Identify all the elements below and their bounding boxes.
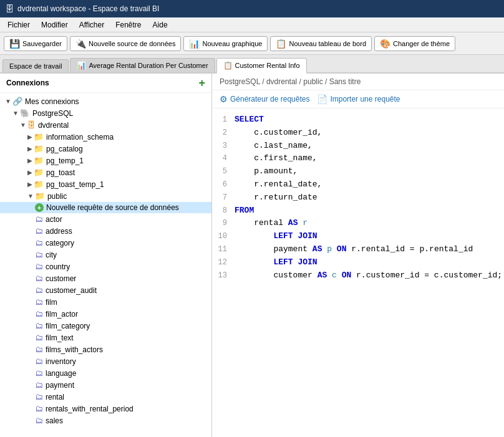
table-item[interactable]: 🗂 customer (0, 272, 211, 284)
main-layout: Connexions + ▼ 🔗 Mes connexions ▼ 🐘 Post… (0, 74, 504, 437)
new-dashboard-button[interactable]: 📋 Nouveau tableau de bord (270, 36, 372, 51)
connections-label: Connexions (6, 79, 49, 87)
pg-toast-temp-1-item[interactable]: ▶ 📁 pg_toast_temp_1 (0, 178, 211, 190)
postgresql-arrow: ▼ (12, 110, 19, 117)
table-icon: 🗂 (35, 357, 43, 366)
menu-fenetre[interactable]: Fenêtre (110, 19, 146, 31)
table-label: customer (46, 274, 76, 283)
code-line: 8FROM (212, 204, 504, 218)
new-source-button[interactable]: 🔌 Nouvelle source de données (70, 36, 181, 51)
postgresql-label: PostgreSQL (32, 109, 73, 118)
alias-token: p (322, 244, 336, 254)
save-icon: 💾 (9, 39, 20, 49)
table-label: film_actor (46, 310, 78, 319)
table-item[interactable]: 🗂 film_actor (0, 308, 211, 320)
workspace-tab[interactable]: Espace de travail (2, 59, 69, 72)
table-icon: 🗂 (35, 262, 43, 271)
table-label: payment (46, 381, 74, 390)
table-label: category (46, 239, 74, 247)
public-schema-item[interactable]: ▼ 📁 public (0, 190, 211, 202)
pg-toast-temp-1-label: pg_toast_temp_1 (46, 180, 104, 189)
code-line: 5 p.amount, (212, 165, 504, 178)
table-item[interactable]: 🗂 rentals_with_rental_period (0, 403, 211, 415)
new-request-item[interactable]: + Nouvelle requête de source de données (0, 202, 211, 213)
table-label: city (46, 251, 57, 259)
add-connection-button[interactable]: + (198, 77, 205, 89)
tab-avg-rental[interactable]: 📊 Average Rental Duration Per Customer (70, 58, 215, 72)
tab-customer-rental[interactable]: 📋 Customer Rental Info (216, 58, 307, 74)
dvdrental-item[interactable]: ▼ 🗄 dvdrental (0, 119, 211, 131)
ident-token: c.last_name, (235, 141, 313, 150)
table-label: language (46, 369, 76, 378)
code-line: 3 c.last_name, (212, 140, 504, 153)
change-theme-button[interactable]: 🎨 Changer de thème (374, 36, 455, 51)
table-item[interactable]: 🗂 film_category (0, 320, 211, 332)
table-item[interactable]: 🗂 country (0, 261, 211, 272)
pg-temp-1-item[interactable]: ▶ 📁 pg_temp_1 (0, 155, 211, 166)
theme-label: Changer de thème (393, 40, 450, 47)
table-item[interactable]: 🗂 city (0, 249, 211, 261)
code-line: 10 LEFT JOIN (212, 230, 504, 243)
kw-token: AS (313, 244, 322, 254)
line-content: LEFT JOIN (235, 256, 317, 269)
kw-token: AS (288, 218, 298, 228)
table-icon: 🗂 (35, 250, 43, 259)
table-item[interactable]: 🗂 film_text (0, 332, 211, 343)
table-item[interactable]: 🗂 customer_audit (0, 284, 211, 296)
query-builder-label: Générateur de requêtes (230, 95, 309, 103)
theme-icon: 🎨 (380, 39, 390, 49)
workspace-label: Espace de travail (9, 62, 62, 70)
table-item[interactable]: 🗂 films_with_actors (0, 343, 211, 355)
table-item[interactable]: 🗂 actor (0, 213, 211, 225)
pg-catalog-arrow: ▶ (27, 145, 32, 152)
ident-token: p.amount, (235, 166, 298, 176)
query-builder-button[interactable]: ⚙ Générateur de requêtes (220, 94, 309, 104)
pg-catalog-icon: 📁 (34, 144, 44, 153)
line-number: 1 (217, 114, 235, 126)
pg-toast-item[interactable]: ▶ 📁 pg_toast (0, 166, 211, 178)
import-query-label: Importer une requête (330, 95, 400, 103)
menu-modifier[interactable]: Modifier (36, 19, 73, 31)
table-item[interactable]: 🗂 payment (0, 379, 211, 391)
pg-catalog-label: pg_catalog (46, 145, 83, 153)
table-icon: 🗂 (35, 333, 43, 342)
menu-aide[interactable]: Aide (148, 19, 173, 31)
kw-token: FROM (235, 206, 254, 215)
code-line: 2 c.customer_id, (212, 127, 504, 140)
line-number: 3 (217, 140, 235, 152)
table-item[interactable]: 🗂 sales (0, 415, 211, 426)
table-icon: 🗂 (35, 297, 43, 307)
my-connections-icon: 🔗 (12, 97, 22, 106)
import-query-button[interactable]: 📄 Importer une requête (317, 94, 400, 104)
table-icon: 🗂 (35, 309, 43, 319)
menu-bar: Fichier Modifier Afficher Fenêtre Aide (0, 17, 504, 32)
content-area: PostgreSQL / dvdrental / public / Sans t… (212, 74, 504, 437)
table-item[interactable]: 🗂 film (0, 296, 211, 308)
line-number: 11 (217, 244, 235, 256)
code-line: 6 r.rental_date, (212, 178, 504, 191)
ident-token: r.rental_date, (235, 180, 322, 189)
line-number: 13 (217, 270, 235, 282)
table-item[interactable]: 🗂 inventory (0, 355, 211, 367)
menu-afficher[interactable]: Afficher (74, 19, 109, 31)
menu-fichier[interactable]: Fichier (2, 19, 35, 31)
save-button[interactable]: 💾 Sauvegarder (4, 36, 67, 51)
new-chart-button[interactable]: 📊 Nouveau graphique (183, 36, 268, 51)
information-schema-item[interactable]: ▶ 📁 information_schema (0, 131, 211, 143)
ident-token: rental (235, 218, 288, 228)
ident-token: r.customer_id = c.customer_id; (351, 271, 502, 280)
code-editor[interactable]: 1SELECT2 c.customer_id,3 c.last_name,4 c… (212, 108, 504, 437)
my-connections-item[interactable]: ▼ 🔗 Mes connexions (0, 95, 211, 107)
postgresql-item[interactable]: ▼ 🐘 PostgreSQL (0, 107, 211, 119)
table-label: actor (46, 215, 62, 224)
table-item[interactable]: 🗂 rental (0, 391, 211, 403)
kw-token: ON (342, 271, 352, 280)
kw-token: LEFT JOIN (273, 231, 317, 241)
table-item[interactable]: 🗂 address (0, 225, 211, 237)
pg-catalog-item[interactable]: ▶ 📁 pg_catalog (0, 143, 211, 155)
new-source-label: Nouvelle source de données (89, 40, 175, 47)
table-item[interactable]: 🗂 language (0, 367, 211, 379)
ident-token: c.customer_id, (235, 128, 322, 137)
table-item[interactable]: 🗂 category (0, 237, 211, 249)
alias-token: c (327, 271, 341, 280)
